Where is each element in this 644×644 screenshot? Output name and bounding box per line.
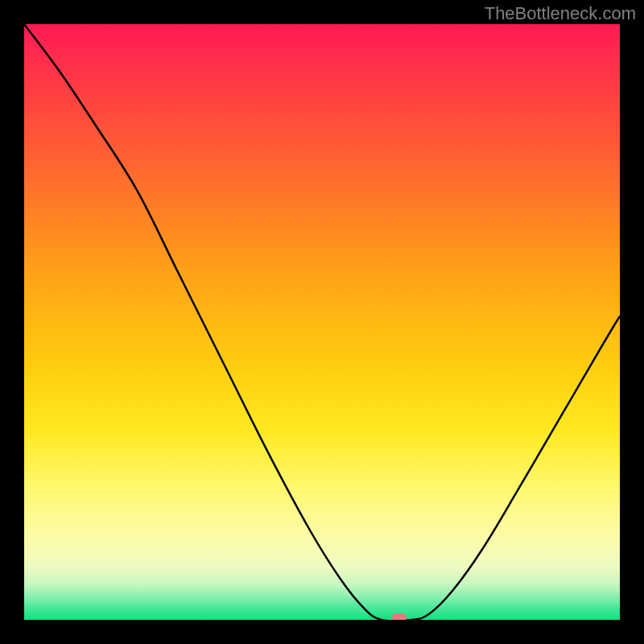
- watermark-text: TheBottleneck.com: [485, 3, 636, 24]
- bottleneck-curve: [24, 24, 620, 620]
- chart-container: TheBottleneck.com: [0, 0, 644, 644]
- minimum-marker: [392, 613, 407, 620]
- curve-svg: [24, 24, 620, 620]
- plot-area: [24, 24, 620, 620]
